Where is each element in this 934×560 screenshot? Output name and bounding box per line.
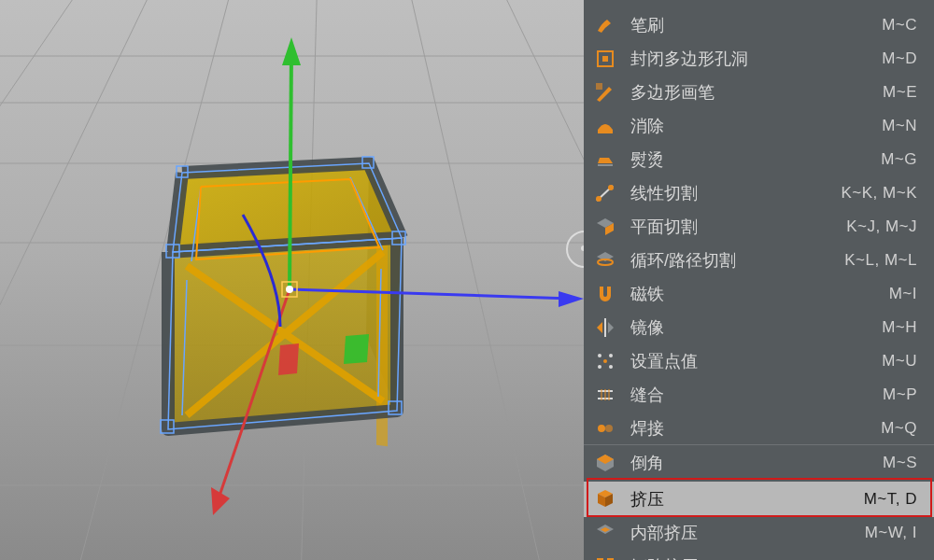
iron-icon [593,147,617,172]
svg-point-56 [598,354,601,357]
menu-item-label: 平面切割 [630,216,846,238]
menu-item-extrude[interactable]: 挤压M~T, D [584,482,934,517]
menu-item-label: 消除 [630,115,882,137]
menu-item-bevel[interactable]: 倒角M~S [584,444,934,480]
menu-item-shortcut: M~I [889,285,917,303]
linecut-icon [593,181,617,205]
menu-item-matrix[interactable]: 矩阵挤压M~X [584,549,934,560]
bevel-icon [593,451,617,475]
svg-rect-44 [602,56,608,62]
menu-item-shortcut: K~L, M~L [844,251,917,270]
weld-icon [593,416,617,441]
dissolve-icon [593,114,617,138]
viewport-3d[interactable] [0,0,584,560]
svg-point-52 [598,259,613,265]
menu-item-weld[interactable]: 焊接M~Q [584,411,934,446]
menu-item-shortcut: M~P [883,385,917,404]
menu-item-iron[interactable]: 熨烫M~G [584,142,934,177]
magnet-icon [593,282,617,306]
menu-item-label: 多边形画笔 [630,81,883,104]
menu-item-polypen[interactable]: 多边形画笔M~E [584,75,934,110]
extrude-icon [593,487,617,511]
menu-item-dissolve[interactable]: 消除M~N [584,108,934,144]
mesh-tools-menu: 转换M~B, B笔刷M~C封闭多边形孔洞M~D多边形画笔M~E消除M~N熨烫M~… [584,0,934,560]
menu-item-label: 缝合 [630,384,883,406]
svg-point-66 [598,425,605,432]
menu-item-shortcut: M~H [882,318,917,337]
menu-item-shortcut: M~T, D [864,490,917,509]
menu-item-label: 熨烫 [630,148,881,171]
transfer-icon [593,0,617,4]
menu-item-magnet[interactable]: 磁铁M~I [584,276,934,312]
menu-item-shortcut: M~U [882,352,917,371]
menu-item-shortcut: K~K, M~K [842,184,917,203]
menu-item-mirror[interactable]: 镜像M~H [584,310,934,345]
menu-item-label: 矩阵挤压 [630,555,883,560]
brush-icon [593,13,617,37]
menu-item-closehole[interactable]: 封闭多边形孔洞M~D [584,41,934,77]
menu-item-label: 循环/路径切割 [630,249,844,272]
menu-item-stitch[interactable]: 缝合M~P [584,377,934,413]
menu-item-brush[interactable]: 笔刷M~C [584,7,934,43]
svg-marker-39 [344,334,369,364]
menu-item-label: 内部挤压 [630,522,865,544]
menu-item-shortcut: K~J, M~J [846,217,917,236]
setpoint-icon [593,349,617,373]
menu-item-shortcut: M~N [882,117,917,135]
svg-point-57 [609,354,613,357]
svg-point-40 [286,286,293,293]
menu-item-label: 设置点值 [630,350,882,372]
menu-item-shortcut: M~C [882,16,917,35]
menu-item-inner[interactable]: 内部挤压M~W, I [584,515,934,551]
menu-item-label: 磁铁 [630,283,889,305]
menu-item-label: 倒角 [630,452,883,474]
stitch-icon [593,383,617,407]
cube-object[interactable] [161,157,405,446]
svg-rect-46 [598,164,613,166]
menu-item-loopcut[interactable]: 循环/路径切割K~L, M~L [584,243,934,278]
menu-item-linecut[interactable]: 线性切割K~K, M~K [584,175,934,211]
menu-item-label: 焊接 [630,417,881,440]
polypen-icon [593,80,617,105]
inner-icon [593,521,617,545]
menu-item-shortcut: M~S [883,454,917,472]
menu-item-label: 封闭多边形孔洞 [630,48,882,70]
viewport-scene [0,0,584,560]
menu-item-planecut[interactable]: 平面切割K~J, M~J [584,209,934,245]
svg-line-32 [290,51,291,289]
svg-rect-45 [596,83,602,90]
menu-item-label: 线性切割 [630,182,842,204]
svg-marker-54 [597,322,602,333]
svg-point-47 [596,196,601,202]
menu-item-shortcut: M~Q [881,419,917,438]
matrix-icon [593,554,617,560]
menu-item-shortcut: M~G [881,150,917,169]
menu-item-label: 笔刷 [630,14,882,36]
mirror-icon [593,315,617,340]
menu-item-label: 转换 [630,0,862,3]
menu-item-setpoint[interactable]: 设置点值M~U [584,343,934,379]
svg-point-59 [609,365,613,369]
svg-point-60 [603,359,607,363]
svg-rect-53 [604,318,606,337]
svg-point-58 [598,365,601,369]
menu-item-label: 挤压 [630,488,864,511]
planecut-icon [593,215,617,239]
menu-item-shortcut: M~E [883,83,917,102]
menu-item-shortcut: M~B, B [862,0,917,1]
svg-marker-55 [608,322,614,333]
svg-marker-38 [278,343,299,375]
menu-item-shortcut: M~W, I [865,524,917,542]
loopcut-icon [593,248,617,273]
menu-item-label: 镜像 [630,316,882,339]
closehole-icon [593,47,617,71]
menu-item-shortcut: M~D [882,49,917,68]
svg-point-48 [608,185,614,190]
svg-point-67 [605,425,613,432]
